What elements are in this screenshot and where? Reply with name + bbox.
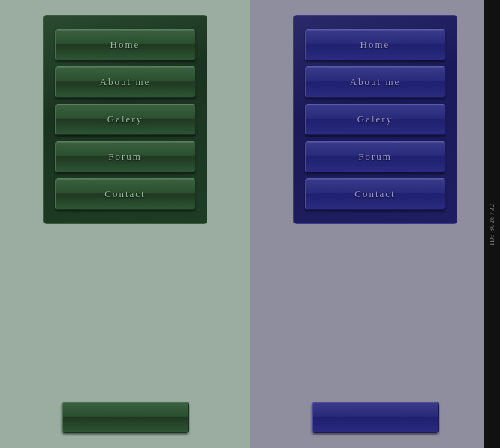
blue-contact-button[interactable]: Contact: [305, 178, 446, 210]
green-about-label: About me: [100, 76, 151, 88]
green-contact-label: Contact: [104, 188, 145, 200]
green-contact-button[interactable]: Contact: [55, 178, 196, 210]
green-forum-button[interactable]: Forum: [55, 141, 196, 172]
watermark-text: ID: 8026732: [488, 203, 496, 246]
green-panel: Home About me Galery Forum Contact: [0, 0, 250, 448]
blue-contact-label: Contact: [354, 188, 395, 200]
green-galery-label: Galery: [107, 113, 143, 125]
blue-about-button[interactable]: About me: [305, 66, 446, 98]
green-forum-label: Forum: [108, 151, 142, 163]
green-about-button[interactable]: About me: [55, 66, 196, 98]
blue-home-button[interactable]: Home: [305, 29, 446, 60]
blue-home-label: Home: [360, 39, 390, 51]
blue-wide-button[interactable]: [312, 402, 439, 433]
green-nav-box: Home About me Galery Forum Contact: [43, 15, 207, 224]
green-home-label: Home: [110, 39, 140, 51]
watermark-strip: ID: 8026732: [484, 0, 500, 448]
blue-galery-label: Galery: [357, 113, 393, 125]
blue-nav-box: Home About me Galery Forum Contact: [293, 15, 457, 224]
green-galery-button[interactable]: Galery: [55, 104, 196, 135]
blue-about-label: About me: [350, 76, 401, 88]
blue-forum-button[interactable]: Forum: [305, 141, 446, 172]
green-wide-button[interactable]: [62, 402, 189, 433]
blue-panel: Home About me Galery Forum Contact: [250, 0, 500, 448]
blue-forum-label: Forum: [358, 151, 392, 163]
blue-galery-button[interactable]: Galery: [305, 104, 446, 135]
green-home-button[interactable]: Home: [55, 29, 196, 60]
